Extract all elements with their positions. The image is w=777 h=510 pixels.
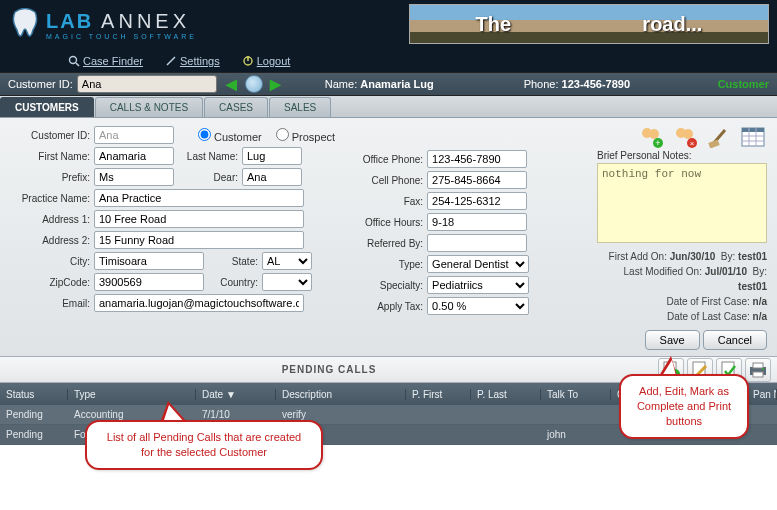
svg-rect-28 — [753, 372, 763, 377]
lbl-office-phone: Office Phone: — [353, 154, 423, 165]
svg-point-0 — [70, 57, 77, 64]
lbl-first-name: First Name: — [10, 151, 90, 162]
banner-word-1: The — [476, 13, 512, 36]
logout-link[interactable]: Logout — [242, 55, 291, 67]
broom-icon — [707, 126, 731, 148]
col-pfirst[interactable]: P. First — [406, 389, 471, 400]
col-description[interactable]: Description — [276, 389, 406, 400]
brand-lab: LAB — [46, 10, 93, 32]
app-header: LABANNEX MAGIC TOUCH SOFTWARE The road..… — [0, 0, 777, 50]
phone-value: 123-456-7890 — [562, 78, 631, 90]
svg-rect-27 — [753, 363, 763, 368]
prefix-field[interactable] — [94, 168, 174, 186]
customer-id-label: Customer ID: — [8, 78, 73, 90]
col-type[interactable]: Type — [68, 389, 196, 400]
cancel-button[interactable]: Cancel — [703, 330, 767, 350]
fax-field[interactable] — [427, 192, 527, 210]
printer-icon — [748, 361, 768, 379]
power-icon — [242, 55, 254, 67]
tab-customers[interactable]: CUSTOMERS — [0, 97, 94, 117]
specialty-select[interactable]: Pediatriics — [427, 276, 529, 294]
col-date[interactable]: Date ▼ — [196, 389, 276, 400]
email-field[interactable] — [94, 294, 304, 312]
svg-line-1 — [76, 63, 79, 66]
meta-info: First Add On: Jun/30/10 By: test01 Last … — [597, 249, 767, 324]
lbl-type: Type: — [353, 259, 423, 270]
tab-calls-notes[interactable]: CALLS & NOTES — [95, 97, 203, 117]
prev-customer-button[interactable]: ◀ — [223, 75, 241, 93]
customer-id-field[interactable] — [94, 126, 174, 144]
office-phone-field[interactable] — [427, 150, 527, 168]
add-customer-button[interactable]: + — [637, 124, 665, 150]
logo-area: LABANNEX MAGIC TOUCH SOFTWARE — [10, 8, 197, 42]
svg-rect-15 — [742, 128, 764, 132]
search-icon — [68, 55, 80, 67]
tab-cases[interactable]: CASES — [204, 97, 268, 117]
tooth-icon — [10, 8, 40, 42]
svg-point-29 — [762, 368, 764, 370]
lbl-addr2: Address 2: — [10, 235, 90, 246]
practice-field[interactable] — [94, 189, 304, 207]
save-button[interactable]: Save — [645, 330, 700, 350]
office-hours-field[interactable] — [427, 213, 527, 231]
lbl-office-hours: Office Hours: — [353, 217, 423, 228]
addr2-field[interactable] — [94, 231, 304, 249]
customer-link[interactable]: Customer — [718, 78, 769, 90]
next-customer-button[interactable]: ▶ — [267, 75, 285, 93]
radio-prospect[interactable]: Prospect — [276, 128, 335, 143]
last-name-field[interactable] — [242, 147, 302, 165]
svg-text:×: × — [690, 139, 695, 148]
lookup-button[interactable] — [245, 75, 263, 93]
lbl-notes: Brief Personal Notes: — [597, 150, 767, 161]
customer-details-panel: + × Customer ID: Customer Prospect First… — [0, 118, 777, 357]
top-menu: Case Finder Settings Logout — [0, 50, 777, 72]
users-delete-icon: × — [672, 125, 698, 149]
table-icon — [741, 127, 765, 147]
lbl-fax: Fax: — [353, 196, 423, 207]
referred-by-field[interactable] — [427, 234, 527, 252]
svg-point-9 — [683, 129, 693, 139]
print-calls-button[interactable] — [745, 358, 771, 382]
phone-label: Phone: — [524, 78, 559, 90]
tab-sales[interactable]: SALES — [269, 97, 331, 117]
lbl-state: State: — [208, 256, 258, 267]
zip-field[interactable] — [94, 273, 204, 291]
lbl-country: Country: — [208, 277, 258, 288]
radio-customer[interactable]: Customer — [198, 128, 262, 143]
addr1-field[interactable] — [94, 210, 304, 228]
notes-textarea[interactable]: nothing for now — [597, 163, 767, 243]
col-status[interactable]: Status — [0, 389, 68, 400]
name-value: Anamaria Lug — [360, 78, 433, 90]
cell-phone-field[interactable] — [427, 171, 527, 189]
tab-bar: CUSTOMERS CALLS & NOTES CASES SALES — [0, 96, 777, 118]
clear-button[interactable] — [705, 124, 733, 150]
lbl-email: Email: — [10, 298, 90, 309]
callout-pending-list: List of all Pending Calls that are creat… — [85, 420, 323, 470]
customer-id-bar: Customer ID: ◀ ▶ Name: Anamaria Lug Phon… — [0, 72, 777, 96]
col-pan[interactable]: Pan Nu — [747, 389, 777, 400]
settings-link[interactable]: Settings — [165, 55, 220, 67]
type-select[interactable]: General Dentist — [427, 255, 529, 273]
customer-id-search[interactable] — [77, 75, 217, 93]
grid-view-button[interactable] — [739, 124, 767, 150]
dear-field[interactable] — [242, 168, 302, 186]
wrench-icon — [165, 55, 177, 67]
lbl-cell-phone: Cell Phone: — [353, 175, 423, 186]
delete-customer-button[interactable]: × — [671, 124, 699, 150]
users-add-icon: + — [638, 125, 664, 149]
col-plast[interactable]: P. Last — [471, 389, 541, 400]
first-name-field[interactable] — [94, 147, 174, 165]
state-select[interactable]: AL — [262, 252, 312, 270]
lbl-practice: Practice Name: — [10, 193, 90, 204]
lbl-prefix: Prefix: — [10, 172, 90, 183]
lbl-zip: ZipCode: — [10, 277, 90, 288]
svg-text:+: + — [655, 138, 660, 148]
col-talkto[interactable]: Talk To — [541, 389, 611, 400]
case-finder-link[interactable]: Case Finder — [68, 55, 143, 67]
city-field[interactable] — [94, 252, 204, 270]
apply-tax-select[interactable]: 0.50 % — [427, 297, 529, 315]
lbl-referred-by: Referred By: — [353, 238, 423, 249]
country-select[interactable] — [262, 273, 312, 291]
lbl-apply-tax: Apply Tax: — [353, 301, 423, 312]
callout-tail — [659, 356, 677, 376]
